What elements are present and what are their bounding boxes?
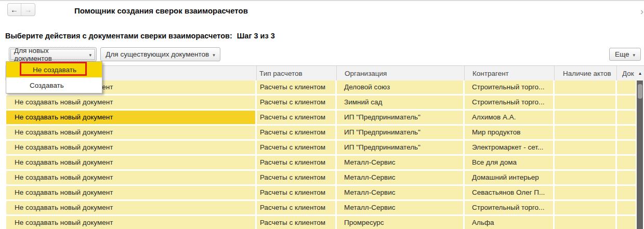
cell-acts[interactable] bbox=[555, 141, 615, 154]
column-header-document[interactable]: Док bbox=[622, 70, 636, 77]
scrollbar-thumb[interactable] bbox=[638, 84, 642, 99]
cell-acts[interactable] bbox=[555, 96, 615, 109]
cell-document[interactable] bbox=[617, 156, 636, 169]
menu-item-create[interactable]: Создавать bbox=[6, 77, 102, 93]
more-button[interactable]: Еще ▾ bbox=[609, 48, 641, 61]
new-documents-dropdown-button[interactable]: Для новых документов ▾ bbox=[9, 47, 97, 61]
cell-action[interactable]: Не создавать новый документ bbox=[6, 216, 255, 229]
cell-contragent[interactable]: Домашний интерьер bbox=[465, 171, 553, 184]
more-button-label: Еще bbox=[615, 50, 629, 58]
cell-action[interactable]: Не создавать новый документ bbox=[6, 186, 255, 199]
forward-button[interactable]: → bbox=[21, 4, 35, 16]
cell-document[interactable] bbox=[617, 96, 636, 109]
new-documents-button-label: Для новых документов bbox=[14, 47, 85, 62]
cell-organization[interactable]: Металл-Сервис bbox=[337, 156, 463, 169]
table-row[interactable]: Не создавать новый документ Расчеты с кл… bbox=[6, 96, 636, 109]
cell-document[interactable] bbox=[617, 111, 636, 124]
cell-type[interactable]: Расчеты с клиентом bbox=[257, 96, 335, 109]
cell-organization[interactable]: ИП "Предприниматель" bbox=[337, 126, 463, 139]
cell-document[interactable] bbox=[617, 216, 636, 229]
cell-acts[interactable] bbox=[555, 201, 615, 214]
cell-type[interactable]: Расчеты с клиентом bbox=[257, 171, 335, 184]
cell-action[interactable]: Не создавать новый документ bbox=[6, 156, 255, 169]
cell-contragent[interactable]: Мир продуктов bbox=[465, 126, 553, 139]
cell-organization[interactable]: Металл-Сервис bbox=[337, 171, 463, 184]
table-row[interactable]: Не создавать новый документ Расчеты с кл… bbox=[6, 216, 636, 229]
cell-type[interactable]: Расчеты с клиентом bbox=[257, 156, 335, 169]
cell-action[interactable]: Не создавать новый документ bbox=[6, 111, 255, 124]
table-row[interactable]: Не создавать новый документ Расчеты с кл… bbox=[6, 111, 636, 124]
cell-document[interactable] bbox=[617, 201, 636, 214]
scrollbar-track[interactable] bbox=[637, 80, 643, 229]
cell-action[interactable]: Не создавать новый документ bbox=[6, 171, 255, 184]
cell-document[interactable] bbox=[617, 80, 636, 94]
cell-organization[interactable]: Зимний сад bbox=[337, 96, 463, 109]
cell-acts[interactable] bbox=[555, 156, 615, 169]
cell-document[interactable] bbox=[617, 171, 636, 184]
dropdown-arrow-icon: ▾ bbox=[89, 51, 91, 58]
cell-type[interactable]: Расчеты с клиентом bbox=[257, 201, 335, 214]
cell-action[interactable]: Не создавать новый документ bbox=[6, 141, 255, 154]
table-row[interactable]: Не создавать новый документ Расчеты с кл… bbox=[6, 201, 636, 214]
cell-organization[interactable]: ИП "Предприниматель" bbox=[337, 141, 463, 154]
table-row[interactable]: Не создавать новый документ Расчеты с кл… bbox=[6, 171, 636, 184]
back-button[interactable]: ← bbox=[8, 4, 21, 16]
cell-contragent[interactable]: Строительный торго... bbox=[465, 201, 553, 214]
app-window: { "window": { "title": "Помощник создани… bbox=[0, 0, 644, 229]
table-row[interactable]: Не создавать новый документ Расчеты с кл… bbox=[6, 186, 636, 199]
vertical-scrollbar[interactable]: ▲ bbox=[636, 65, 644, 229]
dropdown-arrow-icon: ▾ bbox=[633, 51, 635, 58]
history-nav: ← → bbox=[7, 3, 35, 16]
menu-item-do-not-create[interactable]: Не создавать bbox=[6, 62, 102, 77]
cell-organization[interactable]: Металл-Сервис bbox=[337, 201, 463, 214]
cell-contragent[interactable]: Альфа bbox=[465, 216, 553, 229]
cell-action[interactable]: Не создавать новый документ bbox=[6, 201, 255, 214]
cell-acts[interactable] bbox=[555, 80, 615, 94]
cell-type[interactable]: Расчеты с клиентом bbox=[257, 186, 335, 199]
column-header-acts[interactable]: Наличие актов bbox=[563, 70, 611, 77]
table-row[interactable]: Не создавать новый документ Расчеты с кл… bbox=[6, 126, 636, 139]
cell-acts[interactable] bbox=[555, 171, 615, 184]
column-header-organization[interactable]: Организация bbox=[345, 70, 387, 77]
dropdown-arrow-icon: ▾ bbox=[213, 51, 215, 58]
cell-document[interactable] bbox=[617, 141, 636, 154]
cell-acts[interactable] bbox=[555, 216, 615, 229]
cell-document[interactable] bbox=[617, 126, 636, 139]
column-divider bbox=[256, 66, 257, 80]
cell-type[interactable]: Расчеты с клиентом bbox=[257, 216, 335, 229]
cell-organization[interactable]: Деловой союз bbox=[337, 80, 463, 94]
new-documents-dropdown-menu: Не создавать Создавать bbox=[6, 61, 102, 93]
cell-contragent[interactable]: Севастьянов Олег П... bbox=[465, 186, 553, 199]
cell-contragent[interactable]: Строительный торго... bbox=[465, 80, 553, 94]
cell-type[interactable]: Расчеты с клиентом bbox=[257, 80, 335, 94]
cell-acts[interactable] bbox=[555, 111, 615, 124]
cell-acts[interactable] bbox=[555, 186, 615, 199]
chevron-right-icon[interactable]: › bbox=[640, 6, 643, 17]
table-row[interactable]: Не создавать новый документ Расчеты с кл… bbox=[6, 141, 636, 154]
cell-contragent[interactable]: Строительный торго... bbox=[465, 96, 553, 109]
cell-acts[interactable] bbox=[555, 126, 615, 139]
cell-organization[interactable]: Металл-Сервис bbox=[337, 186, 463, 199]
table-row[interactable]: Не создавать новый документ Расчеты с кл… bbox=[6, 156, 636, 169]
cell-action[interactable]: Не создавать новый документ bbox=[6, 126, 255, 139]
cell-document[interactable] bbox=[617, 186, 636, 199]
cell-type[interactable]: Расчеты с клиентом bbox=[257, 126, 335, 139]
column-divider bbox=[464, 66, 465, 80]
cell-contragent[interactable]: Алхимов А.А. bbox=[465, 111, 553, 124]
column-divider bbox=[336, 66, 337, 80]
column-header-type[interactable]: Тип расчетов bbox=[259, 70, 303, 77]
cell-contragent[interactable]: Электромаркет - сет... bbox=[465, 141, 553, 154]
existing-documents-dropdown-button[interactable]: Для существующих документов ▾ bbox=[100, 47, 220, 61]
column-divider bbox=[616, 66, 617, 80]
table-body: Не создавать новый документ Расчеты с кл… bbox=[6, 80, 636, 229]
column-header-contragent[interactable]: Контрагент bbox=[472, 70, 509, 77]
window-top-strip bbox=[0, 0, 644, 1]
cell-organization[interactable]: ИП "Предприниматель" bbox=[337, 111, 463, 124]
cell-action[interactable]: Не создавать новый документ bbox=[6, 96, 255, 109]
cell-type[interactable]: Расчеты с клиентом bbox=[257, 111, 335, 124]
cell-organization[interactable]: Промресурс bbox=[337, 216, 463, 229]
cell-type[interactable]: Расчеты с клиентом bbox=[257, 141, 335, 154]
cell-contragent[interactable]: Все для дома bbox=[465, 156, 553, 169]
forward-arrow-icon: → bbox=[24, 5, 32, 14]
scroll-up-button[interactable]: ▲ bbox=[636, 65, 644, 80]
